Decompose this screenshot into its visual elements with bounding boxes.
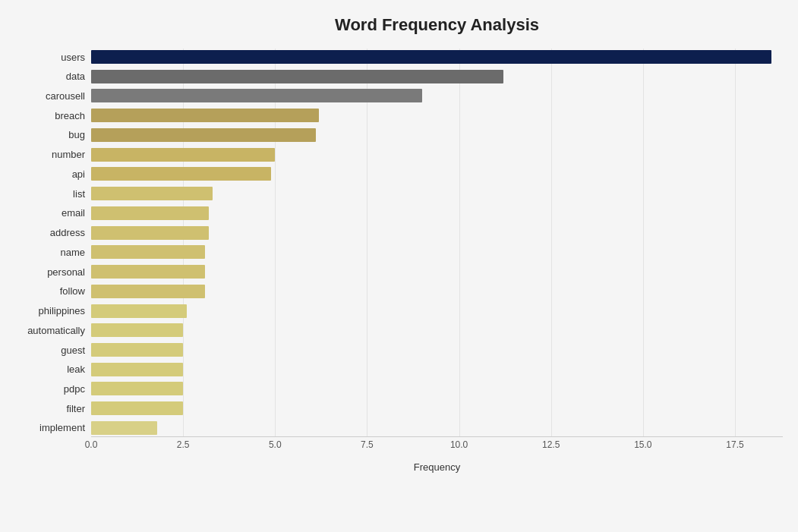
x-tick: 2.5	[177, 439, 190, 450]
bar	[91, 70, 503, 83]
chart-container: Word Frequency Analysis usersdatacarouse…	[0, 0, 798, 532]
bar-label: philippines	[2, 305, 85, 316]
x-axis-label: Frequency	[91, 461, 783, 473]
bar-label: users	[2, 52, 85, 63]
bar-label: api	[2, 168, 85, 180]
bar-label: leak	[2, 364, 85, 375]
bar	[91, 343, 183, 357]
bar	[91, 285, 205, 298]
bar	[91, 265, 205, 279]
bar-label: follow	[2, 285, 85, 297]
bar-row: leak	[91, 361, 783, 378]
bar-label: implement	[2, 422, 85, 433]
bar-row: personal	[91, 263, 783, 280]
bar	[91, 363, 183, 376]
bar	[91, 148, 275, 162]
x-tick: 7.5	[361, 439, 374, 450]
bar-row: email	[91, 205, 783, 222]
bar-row: automatically	[91, 322, 783, 338]
bar-label: filter	[2, 403, 85, 414]
bar-row: name	[91, 244, 783, 260]
bar-label: carousell	[2, 90, 85, 102]
bar-label: pdpc	[2, 383, 85, 395]
bar-label: data	[2, 71, 85, 82]
x-tick: 0.0	[85, 439, 98, 450]
bar	[91, 245, 205, 259]
x-axis-line	[91, 436, 783, 437]
bar-label: guest	[2, 345, 85, 356]
x-tick: 5.0	[269, 439, 282, 450]
x-axis: 0.02.55.07.510.012.515.017.5 Frequency	[91, 436, 783, 474]
bar-row: carousell	[91, 87, 783, 104]
bar-row: api	[91, 165, 783, 182]
bar	[91, 421, 157, 435]
bar-row: bug	[91, 127, 783, 143]
bar-label: breach	[2, 110, 85, 121]
bar	[91, 226, 209, 240]
x-tick: 10.0	[450, 439, 468, 450]
bar-row: number	[91, 146, 783, 163]
bar-label: personal	[2, 266, 85, 278]
chart-area: usersdatacarousellbreachbugnumberapilist…	[91, 49, 783, 474]
bar	[91, 167, 271, 181]
bar-row: breach	[91, 107, 783, 124]
bar	[91, 401, 183, 415]
bar-row: filter	[91, 400, 783, 417]
bar	[91, 206, 209, 220]
bar-row: follow	[91, 283, 783, 300]
chart-title: Word Frequency Analysis	[91, 15, 783, 35]
bar-row: users	[91, 49, 783, 65]
bar-label: address	[2, 227, 85, 238]
bar-row: implement	[91, 420, 783, 436]
bar	[91, 128, 316, 142]
bar	[91, 323, 183, 337]
bar-label: number	[2, 149, 85, 160]
bar-row: philippines	[91, 303, 783, 320]
bar-row: pdpc	[91, 380, 783, 397]
bar	[91, 50, 771, 64]
bar	[91, 187, 213, 200]
bar-row: list	[91, 185, 783, 202]
x-tick: 12.5	[542, 439, 560, 450]
bar-label: email	[2, 207, 85, 219]
bar	[91, 109, 319, 122]
bars-wrapper: usersdatacarousellbreachbugnumberapilist…	[91, 49, 783, 436]
bar-row: guest	[91, 342, 783, 358]
bar-label: bug	[2, 129, 85, 140]
bar	[91, 304, 187, 318]
bar-label: name	[2, 247, 85, 258]
bar	[91, 89, 422, 102]
bar-label: automatically	[2, 325, 85, 336]
bar-row: address	[91, 225, 783, 241]
x-tick: 17.5	[726, 439, 743, 450]
bar	[91, 382, 183, 395]
bar-row: data	[91, 68, 783, 85]
x-tick: 15.0	[634, 439, 651, 450]
bar-label: list	[2, 188, 85, 200]
